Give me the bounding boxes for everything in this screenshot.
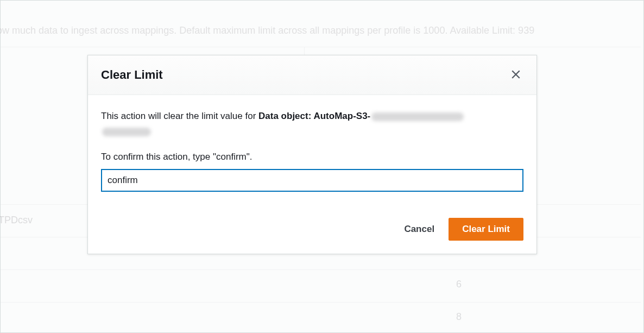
redacted-text (371, 112, 464, 121)
close-button[interactable] (508, 67, 523, 83)
confirm-instructions: To confirm this action, type "confirm". (101, 152, 523, 162)
modal-message: This action will clear the limit value f… (101, 109, 523, 136)
cancel-button[interactable]: Cancel (401, 218, 438, 240)
clear-limit-modal: Clear Limit This action will clear the l… (87, 55, 537, 254)
modal-title: Clear Limit (101, 68, 163, 82)
redacted-text (102, 128, 151, 136)
clear-limit-button[interactable]: Clear Limit (449, 218, 523, 241)
modal-body: This action will clear the limit value f… (88, 95, 536, 207)
confirm-input[interactable] (101, 169, 523, 192)
modal-header: Clear Limit (88, 55, 536, 95)
page-viewport: tize how much data to ingest across mapp… (0, 0, 644, 333)
modal-object-label: Data object: AutoMap-S3- (258, 111, 370, 121)
modal-message-prefix: This action will clear the limit value f… (101, 111, 258, 121)
modal-footer: Cancel Clear Limit (88, 207, 536, 254)
close-icon (511, 70, 521, 81)
